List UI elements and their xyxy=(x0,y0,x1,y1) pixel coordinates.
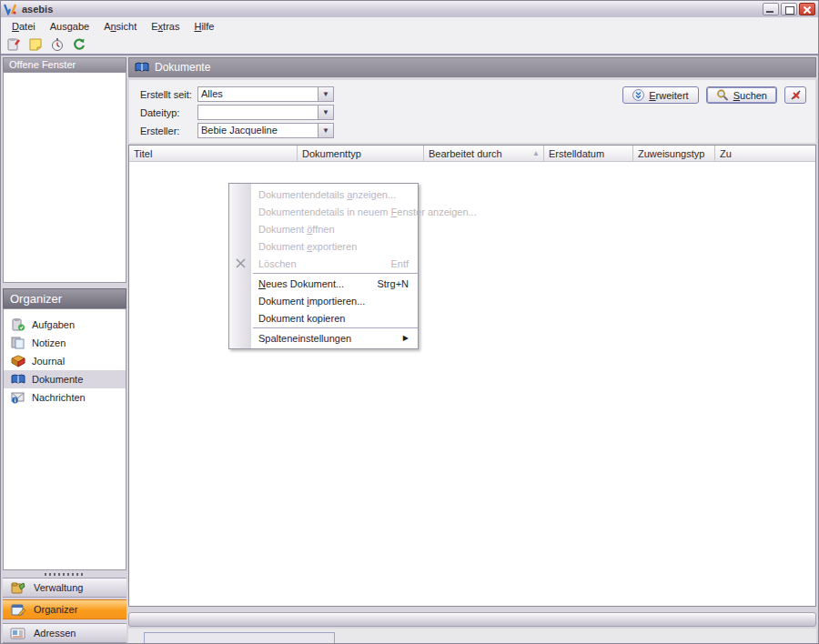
menu-item-dokument-importieren[interactable]: Dokument importieren... xyxy=(229,292,418,309)
column-header-zuweisungstyp[interactable]: Zuweisungstyp xyxy=(633,146,715,161)
new-task-button[interactable] xyxy=(4,36,24,53)
documents-header-icon xyxy=(135,61,149,74)
filter-row-ersteller: Ersteller: Bebie Jacqueline ▼ xyxy=(140,123,334,138)
main-header-title: Dokumente xyxy=(155,61,210,74)
search-icon xyxy=(716,89,729,101)
delete-x-icon xyxy=(233,257,248,270)
restore-button[interactable] xyxy=(781,3,797,15)
erweitert-label: Erweitert xyxy=(649,90,688,101)
suchen-label: Suchen xyxy=(733,90,767,101)
status-bar xyxy=(128,629,816,643)
menu-hilfe[interactable]: Hilfe xyxy=(187,19,221,34)
sidebar-item-label: Dokumente xyxy=(32,374,83,385)
menu-item-spalteneinstellungen[interactable]: Spalteneinstellungen ▶ xyxy=(229,329,418,347)
filter-panel: Erstellt seit: Alles ▼ Dateityp: ▼ Erste… xyxy=(128,79,816,144)
tasks-icon xyxy=(11,318,25,331)
menu-item-loeschen[interactable]: Löschen Entf xyxy=(229,255,418,272)
nav-button-organizer[interactable]: Organizer xyxy=(3,599,126,619)
menu-item-details-anzeigen[interactable]: Dokumentendetails anzeigen... xyxy=(229,186,418,203)
sidebar-item-label: Notizen xyxy=(32,337,66,348)
column-header-zu[interactable]: Zu xyxy=(715,146,815,161)
filter-row-erstellt-seit: Erstellt seit: Alles ▼ xyxy=(140,86,334,102)
nav-button-label: Organizer xyxy=(34,604,77,615)
open-windows-list[interactable] xyxy=(3,72,126,283)
minimize-icon xyxy=(766,11,774,13)
stopwatch-icon xyxy=(50,37,65,52)
sidebar-item-journal[interactable]: Journal xyxy=(4,352,126,370)
context-menu: Dokumentendetails anzeigen... Dokumenten… xyxy=(228,183,419,349)
organizer-panel-header: Organizer xyxy=(3,288,126,308)
column-header-bearbeitet-durch[interactable]: Bearbeitet durch ▲ xyxy=(424,146,544,161)
filter-label: Dateityp: xyxy=(140,107,197,118)
new-note-button[interactable] xyxy=(25,36,46,53)
bottom-toolbar xyxy=(128,612,816,627)
table-header-row: Titel Dokumenttyp Bearbeitet durch ▲ Ers… xyxy=(129,146,815,162)
menu-ansicht[interactable]: Ansicht xyxy=(96,19,144,34)
minimize-button[interactable] xyxy=(763,3,779,15)
refresh-button[interactable] xyxy=(69,36,89,53)
window-title: asebis xyxy=(22,4,53,15)
sort-ascending-icon: ▲ xyxy=(532,149,540,157)
chevron-down-icon[interactable]: ▼ xyxy=(318,106,333,119)
erstellt-seit-combobox[interactable]: Alles ▼ xyxy=(197,86,334,102)
restore-icon xyxy=(785,6,794,15)
menu-item-neues-dokument[interactable]: Neues Dokument... Strg+N xyxy=(229,275,418,292)
chevron-down-icon[interactable]: ▼ xyxy=(318,124,333,137)
nav-button-label: Verwaltung xyxy=(34,582,83,593)
documents-icon xyxy=(11,373,25,386)
sidebar-item-nachrichten[interactable]: Nachrichten xyxy=(4,388,126,407)
title-bar: asebis xyxy=(1,1,818,18)
nav-button-adressen[interactable]: Adressen xyxy=(3,623,126,643)
shortcut-label: Strg+N xyxy=(359,278,409,289)
admin-icon xyxy=(10,581,26,595)
dateityp-combobox[interactable]: ▼ xyxy=(197,105,334,120)
refresh-icon xyxy=(72,37,86,52)
journal-icon xyxy=(11,355,25,367)
organizer-item-list: Aufgaben Notizen Journal xyxy=(3,308,126,570)
chevron-down-icon[interactable]: ▼ xyxy=(318,87,333,101)
main-area: Dokumente Erstellt seit: Alles ▼ Dateity… xyxy=(128,57,816,643)
suchen-button[interactable]: Suchen xyxy=(706,86,777,104)
sidebar: Offene Fenster Organizer Aufgaben xyxy=(3,55,126,643)
addresses-icon xyxy=(10,627,26,640)
toolbar xyxy=(1,35,818,55)
erweitert-button[interactable]: Erweitert xyxy=(622,86,698,104)
menu-item-dokument-exportieren[interactable]: Dokument exportieren xyxy=(229,237,418,255)
menu-ausgabe[interactable]: Ausgabe xyxy=(43,19,96,34)
sidebar-item-label: Aufgaben xyxy=(32,319,75,330)
sidebar-splitter[interactable] xyxy=(3,570,126,578)
filter-label: Erstellt seit: xyxy=(140,89,197,100)
open-windows-header: Offene Fenster xyxy=(3,57,126,72)
ersteller-combobox[interactable]: Bebie Jacqueline ▼ xyxy=(197,123,334,138)
submenu-arrow-icon: ▶ xyxy=(403,334,409,342)
menu-item-details-neues-fenster[interactable]: Dokumentendetails in neuem Fenster anzei… xyxy=(229,203,418,220)
sidebar-item-label: Nachrichten xyxy=(32,392,86,403)
organizer-icon xyxy=(10,603,26,617)
clear-filter-icon xyxy=(790,89,802,101)
app-window: asebis Datei Ausgabe Ansicht Extras Hilf… xyxy=(0,0,819,644)
menu-extras[interactable]: Extras xyxy=(144,19,187,34)
clear-search-button[interactable] xyxy=(784,86,806,104)
app-logo-icon xyxy=(4,4,17,15)
close-button[interactable] xyxy=(799,3,815,15)
nav-button-verwaltung[interactable]: Verwaltung xyxy=(3,578,126,598)
stopwatch-button[interactable] xyxy=(47,36,67,53)
menu-item-dokument-kopieren[interactable]: Dokument kopieren xyxy=(229,309,418,327)
column-header-titel[interactable]: Titel xyxy=(129,146,298,161)
splitter-grip-icon xyxy=(45,573,85,576)
organizer-panel-title: Organizer xyxy=(10,292,62,306)
menu-datei[interactable]: Datei xyxy=(5,19,43,34)
new-note-icon xyxy=(28,37,43,52)
expand-double-chevron-icon xyxy=(632,89,644,101)
sidebar-item-dokumente[interactable]: Dokumente xyxy=(4,370,126,388)
column-header-dokumenttyp[interactable]: Dokumenttyp xyxy=(298,146,424,161)
status-progress-box xyxy=(144,632,335,644)
column-header-erstelldatum[interactable]: Erstelldatum xyxy=(544,146,633,161)
new-task-icon xyxy=(6,37,21,52)
sidebar-item-aufgaben[interactable]: Aufgaben xyxy=(4,316,126,334)
menu-item-dokument-oeffnen[interactable]: Dokument öffnen xyxy=(229,220,418,237)
sidebar-item-notizen[interactable]: Notizen xyxy=(4,334,126,352)
combobox-value: Alles xyxy=(198,87,318,101)
messages-icon xyxy=(11,391,25,404)
notes-icon xyxy=(11,337,25,349)
